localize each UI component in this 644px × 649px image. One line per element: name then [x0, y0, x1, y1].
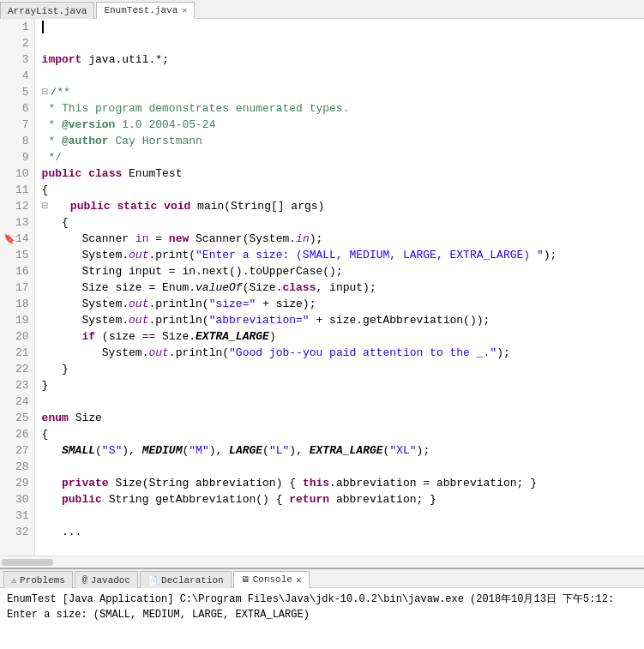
code-line-30: public String getAbbreviation() { return…	[42, 491, 644, 508]
bottom-tab-console-label: Console	[253, 574, 292, 585]
console-content: EnumTest [Java Application] C:\Program F…	[0, 588, 644, 649]
line-number-21: 21	[3, 345, 29, 361]
line-number-17: 17	[3, 279, 29, 296]
code-container: 12345678910111213🔖1415161718192021222324…	[0, 19, 644, 556]
code-line-1	[42, 19, 644, 35]
tab-enumtest[interactable]: EnumTest.java ✕	[96, 2, 195, 19]
bottom-tab-javadoc[interactable]: @ Javadoc	[75, 571, 138, 588]
console-line-2: Enter a size: (SMALL, MEDIUM, LARGE, EXT…	[7, 607, 637, 622]
line-number-19: 19	[3, 312, 29, 328]
code-line-6: * This program demonstrates enumerated t…	[42, 100, 644, 117]
line-number-13: 13	[3, 214, 29, 231]
code-line-5: ⊟/**	[42, 84, 644, 100]
code-line-7: * @version 1.0 2004-05-24	[42, 117, 644, 133]
line-number-18: 18	[3, 296, 29, 312]
declaration-icon: 📄	[147, 575, 158, 586]
code-line-25: enum Size	[42, 410, 644, 426]
code-line-10: public class EnumTest	[42, 165, 644, 182]
bottom-panel: ⚠ Problems @ Javadoc 📄 Declaration 🖥 Con…	[0, 568, 644, 649]
code-line-3: import java.util.*;	[42, 51, 644, 68]
code-line-14: Scanner in = new Scanner(System.in);	[42, 231, 644, 247]
line-number-25: 25	[3, 410, 29, 426]
line-number-8: 8	[3, 133, 29, 149]
bottom-tab-bar: ⚠ Problems @ Javadoc 📄 Declaration 🖥 Con…	[0, 569, 644, 588]
tab-enumtest-label: EnumTest.java	[104, 5, 178, 15]
line-number-2: 2	[3, 35, 29, 51]
bottom-tab-problems[interactable]: ⚠ Problems	[3, 571, 73, 588]
console-close[interactable]: ✕	[296, 574, 302, 586]
bottom-tab-declaration[interactable]: 📄 Declaration	[140, 571, 232, 588]
code-line-16: String input = in.next().toUpperCase();	[42, 263, 644, 279]
line-number-24: 24	[3, 394, 29, 410]
line-number-22: 22	[3, 361, 29, 377]
line-number-10: 10	[3, 165, 29, 182]
bottom-tab-problems-label: Problems	[20, 575, 65, 586]
javadoc-icon: @	[82, 575, 87, 585]
code-line-24	[42, 394, 644, 410]
bottom-tab-declaration-label: Declaration	[161, 575, 224, 586]
code-line-20: if (size == Size.EXTRA_LARGE)	[42, 328, 644, 345]
line-number-29: 29	[3, 475, 29, 491]
code-lines[interactable]: import java.util.*;⊟/** * This program d…	[35, 19, 644, 556]
code-line-32: ...	[42, 524, 644, 540]
tab-arraylist[interactable]: ArrayList.java	[0, 2, 94, 19]
code-line-23: }	[42, 377, 644, 394]
code-line-29: private Size(String abbreviation) { this…	[42, 475, 644, 491]
line-number-30: 30	[3, 491, 29, 508]
code-line-8: * @author Cay Horstmann	[42, 133, 644, 149]
line-number-31: 31	[3, 508, 29, 524]
code-line-11: {	[42, 182, 644, 198]
line-numbers: 12345678910111213🔖1415161718192021222324…	[0, 19, 35, 556]
code-line-12: ⊟ public static void main(String[] args)	[42, 198, 644, 214]
bookmark-icon: 🔖	[3, 234, 15, 244]
code-line-13: {	[42, 214, 644, 231]
tab-arraylist-label: ArrayList.java	[8, 6, 87, 16]
scroll-thumb[interactable]	[2, 559, 53, 566]
line-number-26: 26	[3, 426, 29, 442]
bottom-tab-console[interactable]: 🖥 Console ✕	[233, 571, 310, 588]
code-line-2	[42, 35, 644, 51]
code-line-4	[42, 68, 644, 84]
line-number-5: 5	[3, 84, 29, 100]
line-number-27: 27	[3, 442, 29, 459]
line-number-23: 23	[3, 377, 29, 394]
code-line-21: System.out.println("Good job--you paid a…	[42, 345, 644, 361]
line-number-3: 3	[3, 51, 29, 68]
bottom-tab-javadoc-label: Javadoc	[91, 575, 130, 586]
problems-icon: ⚠	[11, 575, 16, 586]
line-number-28: 28	[3, 459, 29, 475]
line-number-32: 32	[3, 524, 29, 540]
line-number-6: 6	[3, 100, 29, 117]
code-line-27: SMALL("S"), MEDIUM("M"), LARGE("L"), EXT…	[42, 442, 644, 459]
line-number-11: 11	[3, 182, 29, 198]
line-number-15: 15	[3, 247, 29, 263]
code-line-22: }	[42, 361, 644, 377]
line-number-14: 🔖14	[3, 231, 29, 247]
line-number-12: 12	[3, 198, 29, 214]
code-line-9: */	[42, 149, 644, 165]
code-line-28	[42, 459, 644, 475]
horizontal-scrollbar[interactable]	[0, 556, 644, 568]
line-number-16: 16	[3, 263, 29, 279]
console-line-1: EnumTest [Java Application] C:\Program F…	[7, 592, 637, 607]
line-number-9: 9	[3, 149, 29, 165]
editor-area: 12345678910111213🔖1415161718192021222324…	[0, 19, 644, 568]
line-number-7: 7	[3, 117, 29, 133]
tab-enumtest-close[interactable]: ✕	[182, 5, 187, 15]
code-line-31	[42, 508, 644, 524]
code-line-17: Size size = Enum.valueOf(Size.class, inp…	[42, 279, 644, 296]
code-line-15: System.out.print("Enter a size: (SMALL, …	[42, 247, 644, 263]
code-line-18: System.out.println("size=" + size);	[42, 296, 644, 312]
line-number-4: 4	[3, 68, 29, 84]
console-icon: 🖥	[241, 574, 250, 585]
tab-bar: ArrayList.java EnumTest.java ✕	[0, 0, 644, 19]
code-line-26: {	[42, 426, 644, 442]
line-number-20: 20	[3, 328, 29, 345]
code-line-19: System.out.println("abbreviation=" + siz…	[42, 312, 644, 328]
line-number-1: 1	[3, 19, 29, 35]
